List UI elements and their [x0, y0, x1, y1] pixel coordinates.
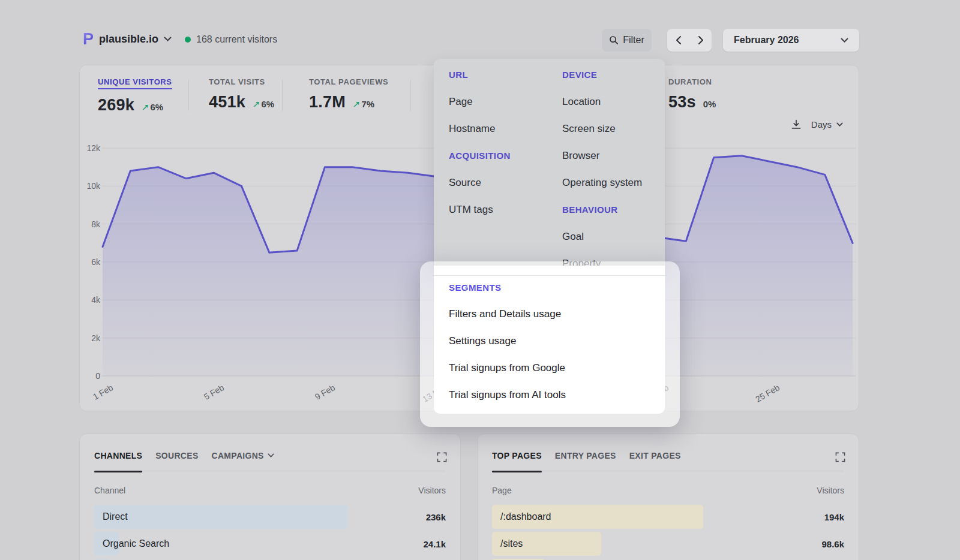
segment-item-settings-usage[interactable]: Settings usage [449, 335, 653, 348]
chevron-down-icon [841, 38, 848, 43]
tab-sources[interactable]: SOURCES [155, 451, 198, 460]
trend-up-icon: ↗ [253, 99, 260, 109]
metric-duration[interactable]: DURATION53s0% [668, 77, 716, 112]
trend-up-icon: ↗ [142, 102, 149, 112]
filter-item-browser[interactable]: Browser [562, 150, 642, 162]
interval-selector[interactable]: Days [811, 119, 843, 130]
pages-table-header: Page Visitors [492, 486, 844, 495]
divider [434, 275, 665, 276]
filter-item-hostname[interactable]: Hostname [449, 123, 511, 136]
pages-card: TOP PAGESENTRY PAGESEXIT PAGES Page Visi… [477, 433, 859, 560]
filter-section-url: URL [449, 70, 511, 82]
tab-channels[interactable]: CHANNELS [94, 451, 142, 460]
pages-tabs: TOP PAGESENTRY PAGESEXIT PAGES [492, 451, 844, 471]
y-axis-tick: 2k [80, 333, 100, 343]
tab-campaigns[interactable]: CAMPAIGNS [212, 451, 274, 460]
filter-item-operating-system[interactable]: Operating system [562, 177, 642, 189]
filter-item-screen-size[interactable]: Screen size [562, 123, 642, 136]
divider [282, 80, 283, 111]
filter-menu-column-right: DEVICELocationScreen sizeBrowserOperatin… [562, 70, 642, 270]
filter-button-label: Filter [623, 35, 644, 46]
chevron-down-icon [268, 453, 274, 458]
site-switcher[interactable]: P plausible.io [83, 31, 172, 47]
search-icon [609, 35, 619, 45]
metric-unique-visitors[interactable]: UNIQUE VISITORS269k↗6% [98, 77, 172, 115]
filter-menu-column-left: URLPageHostnameACQUISITIONSourceUTM tags [449, 70, 511, 216]
column-channel: Channel [94, 486, 125, 495]
channels-table-header: Channel Visitors [94, 486, 446, 495]
y-axis-tick: 12k [80, 143, 100, 153]
filter-section-device: DEVICE [562, 70, 642, 82]
filter-dropdown-menu: URLPageHostnameACQUISITIONSourceUTM tags… [434, 59, 665, 266]
divider [188, 80, 189, 111]
date-range-picker[interactable]: February 2026 [723, 29, 859, 52]
table-row[interactable]: /sites98.6k [492, 532, 844, 556]
table-row[interactable]: Organic Search24.1k [94, 532, 446, 556]
column-visitors: Visitors [418, 486, 446, 495]
graph-toolbar: Days [791, 119, 843, 130]
filter-item-page[interactable]: Page [449, 96, 511, 109]
date-range-label: February 2026 [734, 35, 799, 46]
filter-item-source[interactable]: Source [449, 177, 511, 189]
chevron-down-icon [164, 37, 172, 42]
filter-item-utm-tags[interactable]: UTM tags [449, 204, 511, 216]
segments-section: SEGMENTS Filters and Details usageSettin… [434, 266, 665, 414]
plausible-logo-icon: P [83, 31, 94, 47]
filter-section-behaviour: BEHAVIOUR [562, 204, 642, 216]
filter-section-acquisition: ACQUISITION [449, 150, 511, 162]
y-axis-tick: 6k [80, 257, 100, 267]
interval-label: Days [811, 119, 832, 130]
live-dot-icon [185, 37, 191, 43]
trend-up-icon: ↗ [353, 99, 361, 109]
y-axis-tick: 0 [80, 371, 100, 381]
tab-top-pages[interactable]: TOP PAGES [492, 451, 542, 460]
channels-table: Direct236kOrganic Search24.1k [94, 505, 446, 560]
filter-button[interactable]: Filter [602, 29, 652, 52]
metric-total-visits[interactable]: TOTAL VISITS451k↗6% [209, 77, 274, 112]
download-icon[interactable] [791, 119, 802, 130]
pages-table: /:dashboard194k/sites98.6k [492, 505, 844, 560]
table-row[interactable]: Direct236k [94, 505, 446, 529]
y-axis-tick: 4k [80, 295, 100, 305]
metric-total-pageviews[interactable]: TOTAL PAGEVIEWS1.7M↗7% [309, 77, 388, 112]
expand-icon[interactable] [437, 452, 447, 462]
y-axis-tick: 8k [80, 219, 100, 229]
column-visitors: Visitors [817, 486, 844, 495]
channels-card: CHANNELSSOURCESCAMPAIGNS Channel Visitor… [79, 433, 461, 560]
column-page: Page [492, 486, 512, 495]
y-axis-tick: 10k [80, 181, 100, 191]
date-nav [667, 29, 712, 52]
segment-item-trial-signups-from-google[interactable]: Trial signups from Google [449, 362, 653, 375]
expand-icon[interactable] [835, 452, 845, 462]
table-row[interactable]: /:dashboard194k [492, 505, 844, 529]
chevron-right-icon[interactable] [698, 35, 704, 45]
segment-item-trial-signups-from-ai-tools[interactable]: Trial signups from AI tools [449, 389, 653, 402]
chevron-left-icon[interactable] [676, 35, 682, 45]
tab-exit-pages[interactable]: EXIT PAGES [629, 451, 681, 460]
site-name: plausible.io [99, 33, 158, 46]
segment-item-filters-and-details-usage[interactable]: Filters and Details usage [449, 308, 653, 321]
filter-item-location[interactable]: Location [562, 96, 642, 109]
value-bar [94, 505, 347, 529]
current-visitors[interactable]: 168 current visitors [185, 34, 277, 45]
chevron-down-icon [836, 122, 843, 127]
tab-entry-pages[interactable]: ENTRY PAGES [555, 451, 616, 460]
current-visitors-label: 168 current visitors [196, 34, 277, 45]
filter-item-goal[interactable]: Goal [562, 231, 642, 243]
divider [410, 80, 411, 111]
channels-tabs: CHANNELSSOURCESCAMPAIGNS [94, 451, 446, 471]
segments-heading: SEGMENTS [449, 282, 653, 294]
